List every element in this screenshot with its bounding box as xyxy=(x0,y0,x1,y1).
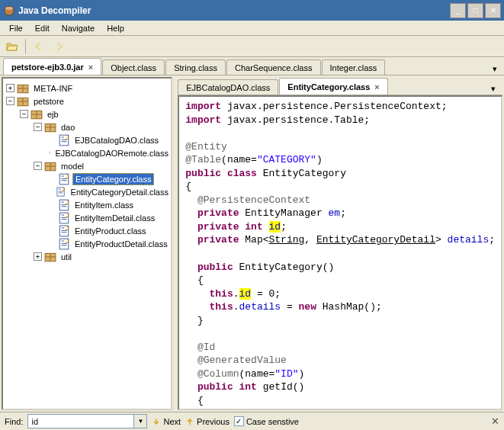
collapse-icon[interactable]: − xyxy=(6,97,14,105)
class-file-icon: J xyxy=(58,225,70,237)
code-line: @Table(name="CATEGORY") xyxy=(185,153,495,167)
title-bar: Java Decompiler _ □ ✕ xyxy=(0,0,504,21)
tree-class[interactable]: JEntityItemDetail.class xyxy=(3,211,171,224)
menu-edit[interactable]: Edit xyxy=(29,22,56,34)
code-line: import javax.persistence.PersistenceCont… xyxy=(185,100,495,114)
menu-file[interactable]: File xyxy=(3,22,29,34)
tree-package[interactable]: −dao xyxy=(3,120,171,133)
code-line: @Entity xyxy=(185,140,495,154)
tree-label: EJBCatalogDAO.class xyxy=(72,135,161,146)
svg-rect-28 xyxy=(62,175,64,176)
svg-text:J: J xyxy=(63,187,66,192)
code-line: public int getId() xyxy=(185,380,495,394)
svg-rect-40 xyxy=(62,206,67,207)
svg-rect-30 xyxy=(62,180,67,181)
find-close-button[interactable]: ✕ xyxy=(491,416,499,427)
tree-class[interactable]: JEJBCatalogDAO.class xyxy=(3,133,171,146)
tree-class[interactable]: JEntityCategory.class xyxy=(3,172,171,185)
case-sensitive-checkbox[interactable]: ✓ Case senstive xyxy=(234,416,299,426)
code-line: import javax.persistence.Table; xyxy=(185,114,495,127)
maximize-button[interactable]: □ xyxy=(467,3,483,18)
tree-label: EntityCategory.class xyxy=(72,173,154,185)
back-button[interactable] xyxy=(30,37,48,56)
collapse-icon[interactable]: − xyxy=(34,123,42,131)
jar-tab[interactable]: petstore-ejb3.0.jar× xyxy=(3,58,101,75)
tree-label: EntityCategoryDetail.class xyxy=(69,187,171,197)
tree-class[interactable]: JEJBCatalogDAORemote.class xyxy=(3,146,171,159)
tab-label: Integer.class xyxy=(330,63,377,72)
splitter[interactable] xyxy=(174,75,176,412)
minimize-button[interactable]: _ xyxy=(450,3,466,18)
class-file-icon: J xyxy=(58,199,70,211)
editor-tab[interactable]: EJBCatalogDAO.class xyxy=(178,79,278,95)
svg-text:J: J xyxy=(66,173,69,180)
code-line: this.id = 0; xyxy=(185,287,495,301)
svg-rect-53 xyxy=(62,240,64,241)
code-line: this.details = new HashMap(); xyxy=(185,300,495,314)
tree-package[interactable]: −ejb xyxy=(3,108,171,120)
jar-tab[interactable]: String.class xyxy=(165,59,226,75)
find-input[interactable] xyxy=(27,414,134,428)
editor-tab[interactable]: EntityCategory.class× xyxy=(279,78,387,95)
arrow-down-icon xyxy=(152,417,161,426)
code-editor[interactable]: import javax.persistence.PersistenceCont… xyxy=(178,95,502,410)
class-file-icon: J xyxy=(58,173,70,185)
jar-tab[interactable]: CharSequence.class xyxy=(226,59,321,75)
tree-class[interactable]: JEntityProduct.class xyxy=(3,224,171,237)
forward-button[interactable] xyxy=(50,37,68,56)
class-file-icon: J xyxy=(56,186,66,198)
tree-class[interactable]: JEntityProductDetail.class xyxy=(3,237,171,250)
tree-label: ejb xyxy=(45,109,61,120)
code-line: @Id xyxy=(185,341,495,355)
collapse-icon[interactable]: − xyxy=(34,162,42,170)
code-line: @PersistenceContext xyxy=(185,194,495,207)
svg-rect-38 xyxy=(62,201,64,202)
tree-class[interactable]: JEntityCategoryDetail.class xyxy=(3,185,171,198)
tree-class[interactable]: JEntityItem.class xyxy=(3,198,171,211)
editor-tab-overflow-button[interactable]: ▾ xyxy=(487,82,499,95)
checkbox-icon: ✓ xyxy=(234,416,244,426)
tree-label: EntityItem.class xyxy=(72,200,136,210)
tab-overflow-button[interactable]: ▾ xyxy=(489,63,501,75)
tab-label: EJBCatalogDAO.class xyxy=(186,83,270,92)
tree-label: petstore xyxy=(31,96,66,107)
code-line: { xyxy=(185,394,495,408)
tree-package[interactable]: −petstore xyxy=(3,95,171,108)
expand-icon[interactable]: + xyxy=(34,252,42,261)
code-line: private Map<String, EntityCategoryDetail… xyxy=(185,233,495,247)
collapse-icon[interactable]: − xyxy=(20,110,28,118)
jar-tab[interactable]: Object.class xyxy=(102,59,165,75)
expand-icon[interactable]: + xyxy=(6,84,14,92)
svg-rect-15 xyxy=(62,136,64,137)
jar-tab[interactable]: Integer.class xyxy=(322,59,386,75)
code-line: @Column(name="ID") xyxy=(185,367,495,381)
svg-rect-43 xyxy=(62,214,64,215)
jar-tab-bar: petstore-ejb3.0.jar×Object.classString.c… xyxy=(0,57,504,75)
svg-text:J: J xyxy=(66,225,69,232)
svg-rect-33 xyxy=(59,189,61,190)
svg-text:J: J xyxy=(66,134,69,141)
tree-label: EntityProductDetail.class xyxy=(72,239,170,249)
find-bar: Find: ▼ Next Previous ✓ Case senstive ✕ xyxy=(0,412,504,430)
find-next-button[interactable]: Next xyxy=(152,417,181,426)
class-file-icon: J xyxy=(58,134,70,146)
menu-navigate[interactable]: Navigate xyxy=(56,22,101,34)
open-file-button[interactable] xyxy=(3,37,21,56)
code-line: } xyxy=(185,314,495,328)
close-button[interactable]: ✕ xyxy=(485,3,501,18)
svg-rect-17 xyxy=(62,141,67,142)
tree-package[interactable]: −model xyxy=(3,159,171,172)
class-file-icon: J xyxy=(58,238,70,250)
menu-help[interactable]: Help xyxy=(101,22,130,34)
close-icon[interactable]: × xyxy=(88,63,93,72)
tree-package[interactable]: +META-INF xyxy=(3,82,171,95)
svg-rect-50 xyxy=(62,232,67,233)
package-tree[interactable]: +META-INF−petstore−ejb−daoJEJBCatalogDAO… xyxy=(2,77,172,410)
find-dropdown-button[interactable]: ▼ xyxy=(134,414,147,428)
arrow-right-icon xyxy=(53,40,65,53)
find-previous-button[interactable]: Previous xyxy=(185,417,230,426)
close-icon[interactable]: × xyxy=(374,82,379,91)
tree-package[interactable]: +util xyxy=(3,250,171,263)
package-icon xyxy=(44,251,56,263)
tab-label: CharSequence.class xyxy=(235,63,313,72)
